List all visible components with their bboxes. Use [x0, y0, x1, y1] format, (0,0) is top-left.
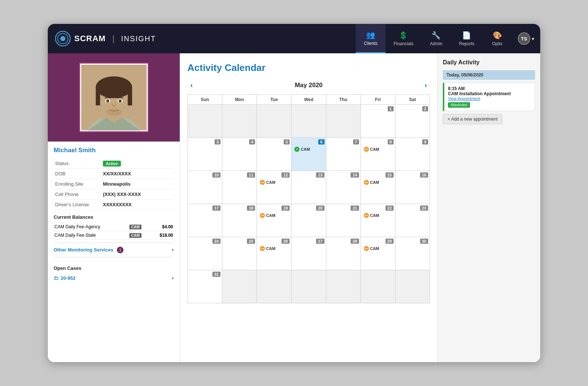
calendar-event[interactable]: ✓CAM	[293, 146, 324, 153]
add-appointment-button[interactable]: + Add a new appointment	[443, 114, 502, 124]
next-month-button[interactable]: ›	[422, 79, 430, 91]
day-number: 6	[318, 139, 324, 144]
day-number: 2	[422, 106, 428, 111]
cal-cell[interactable]: 22−CAM	[361, 204, 395, 237]
cal-cell[interactable]: 29−CAM	[361, 237, 395, 270]
cal-cell[interactable]: 30	[395, 237, 430, 270]
cal-cell[interactable]: 3	[188, 138, 222, 171]
cal-cell[interactable]: 25	[222, 237, 257, 270]
cal-cell[interactable]	[222, 105, 257, 138]
cal-cell[interactable]	[257, 270, 291, 303]
cal-cell[interactable]: 21	[326, 204, 361, 237]
day-number: 21	[351, 205, 359, 211]
logo-text: SCRAM	[74, 34, 106, 43]
cal-cell[interactable]	[188, 105, 222, 138]
cal-cell[interactable]: 1	[361, 105, 395, 138]
cal-cell[interactable]: 19−CAM	[257, 204, 291, 237]
case-row[interactable]: 🗀 20-952 ▾	[54, 274, 174, 282]
cal-cell[interactable]: 27	[291, 237, 326, 270]
day-number: 9	[422, 139, 428, 144]
nav-tab-clients[interactable]: 👥 Clients	[356, 24, 386, 53]
cal-cell[interactable]: 17	[188, 204, 222, 237]
balance-row: CAM Daily Fee-Agency CAM $4.00	[54, 223, 174, 231]
cal-cell[interactable]: 7	[326, 138, 361, 171]
balance-cam-badge: CAM	[129, 231, 150, 240]
user-chevron: ▾	[532, 36, 534, 42]
day-number: 14	[351, 172, 359, 178]
day-number: 30	[420, 239, 428, 244]
calendar-event[interactable]: −CAM	[258, 212, 290, 219]
cal-cell[interactable]	[395, 270, 430, 303]
calendar-event[interactable]: −CAM	[258, 245, 290, 252]
day-number: 24	[212, 239, 220, 244]
prev-month-button[interactable]: ‹	[187, 79, 196, 91]
status-value: Active	[101, 158, 174, 169]
dob-row: DOB XX/XX/XXXX	[54, 169, 174, 179]
cal-cell[interactable]: 26−CAM	[257, 237, 291, 270]
cal-cell[interactable]: 4	[222, 138, 257, 171]
cal-cell[interactable]: 12−CAM	[257, 171, 291, 204]
clients-icon: 👥	[366, 31, 375, 39]
view-appointment-link[interactable]: View Appointment	[448, 96, 531, 101]
optix-label: Optix	[492, 41, 502, 46]
calendar-event[interactable]: −CAM	[362, 245, 394, 252]
case-number: 20-952	[61, 275, 75, 281]
monitoring-section[interactable]: Other Monitoring Services 1 ▾	[54, 243, 174, 257]
cal-header-sun: Sun	[188, 95, 222, 105]
cal-cell[interactable]	[291, 270, 326, 303]
day-number: 17	[212, 205, 220, 211]
day-number: 31	[212, 272, 220, 277]
cal-cell[interactable]: 28	[326, 237, 361, 270]
day-number: 4	[249, 139, 255, 144]
drivers-license-value: XXXXXXXXX	[101, 200, 174, 210]
client-name: Michael Smith	[54, 147, 174, 154]
cal-cell[interactable]: 24	[188, 237, 222, 270]
cal-cell[interactable]: 20	[291, 204, 326, 237]
photo-area	[48, 53, 180, 142]
cal-cell[interactable]: 13	[291, 171, 326, 204]
month-label: May 2020	[203, 82, 415, 89]
logo-area: SCRAM | INSIGHT	[55, 31, 356, 46]
cal-cell[interactable]	[361, 270, 395, 303]
calendar-event[interactable]: −CAM	[362, 212, 394, 219]
cal-cell[interactable]: 31	[188, 270, 222, 303]
nav-tab-admin[interactable]: 🔧 Admin	[422, 24, 451, 53]
open-cases-title: Open Cases	[54, 265, 174, 271]
user-avatar: TS	[518, 32, 530, 45]
cal-cell[interactable]: 8−CAM	[361, 138, 395, 171]
cal-cell[interactable]	[326, 105, 361, 138]
cal-cell[interactable]	[326, 270, 361, 303]
cal-cell[interactable]: 2	[395, 105, 430, 138]
cal-cell[interactable]	[222, 270, 257, 303]
activity-time: 8:15 AM	[448, 86, 531, 91]
nav-tab-financials[interactable]: 💲 Financials	[386, 24, 422, 53]
cal-cell[interactable]: 10	[188, 171, 222, 204]
case-link[interactable]: 🗀 20-952	[54, 275, 75, 281]
svg-point-12	[106, 100, 109, 103]
calendar-event[interactable]: −CAM	[362, 146, 394, 153]
cal-cell[interactable]: 18	[222, 204, 257, 237]
info-table: Status Active DOB XX/XX/XXXX Enrolling S…	[54, 158, 174, 210]
nav-tab-optix[interactable]: 🎨 Optix	[483, 24, 512, 53]
cal-cell[interactable]: 11	[222, 171, 257, 204]
app-container: SCRAM | INSIGHT 👥 Clients💲 Financials🔧 A…	[48, 24, 540, 362]
cal-cell[interactable]: 9	[395, 138, 430, 171]
cal-cell[interactable]	[257, 105, 291, 138]
cal-cell[interactable]: 15−CAM	[361, 171, 395, 204]
cal-cell[interactable]: 6✓CAM	[291, 138, 326, 171]
calendar-event[interactable]: −CAM	[362, 179, 394, 186]
cal-cell[interactable]: 16	[395, 171, 430, 204]
calendar-event[interactable]: −CAM	[258, 179, 290, 186]
logo-divider: |	[112, 34, 115, 43]
cal-cell[interactable]	[291, 105, 326, 138]
user-menu[interactable]: TS ▾	[512, 32, 540, 45]
nav-tab-reports[interactable]: 📄 Reports	[451, 24, 483, 53]
day-number: 26	[282, 239, 290, 244]
case-chevron: ▾	[172, 276, 174, 281]
cal-cell[interactable]: 14	[326, 171, 361, 204]
event-label: CAM	[266, 213, 275, 218]
cal-cell[interactable]: 5	[257, 138, 291, 171]
day-number: 19	[282, 205, 290, 211]
day-number: 29	[386, 239, 394, 244]
cal-cell[interactable]: 23	[395, 204, 430, 237]
